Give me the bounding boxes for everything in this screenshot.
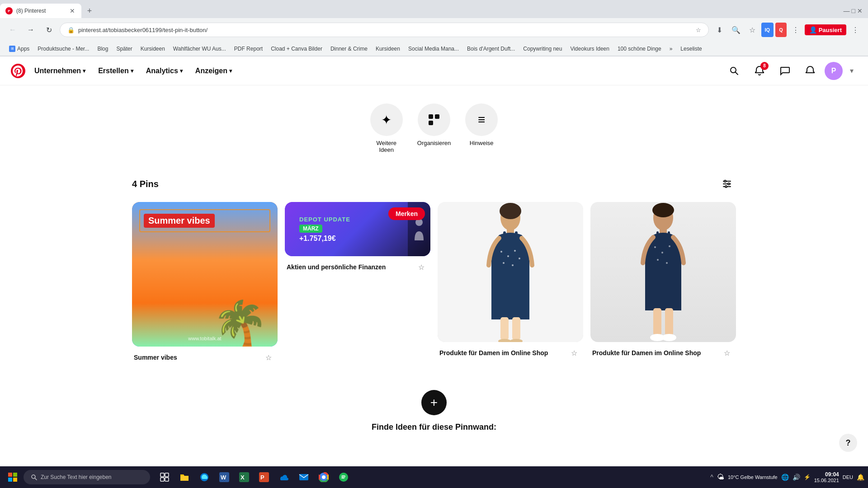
bookmark-blog[interactable]: Blog xyxy=(94,45,112,53)
pin-card-dress2[interactable]: Produkte für Damen im Online Shop ☆ xyxy=(590,202,736,368)
bookmark-label: Bois d'Argent Duft... xyxy=(467,46,515,52)
bookmark-cload[interactable]: Cload + Canva Bilder xyxy=(267,45,326,53)
bookmark-star-icon[interactable]: ☆ xyxy=(696,27,701,33)
taskbar-app-excel[interactable]: X xyxy=(235,468,253,486)
bookmark-bois[interactable]: Bois d'Argent Duft... xyxy=(463,45,519,53)
weather-icon[interactable]: 🌤 xyxy=(717,473,724,481)
weitere-ideen-button[interactable]: ✦ WeitereIdeen xyxy=(370,103,403,153)
expand-tray-button[interactable]: ^ xyxy=(710,474,713,481)
pins-count: 4 Pins xyxy=(132,179,159,189)
date-display: 15.06.2021 xyxy=(814,478,839,483)
svg-point-25 xyxy=(498,339,511,342)
svg-rect-41 xyxy=(8,473,12,477)
user-avatar[interactable]: P xyxy=(825,62,843,80)
nav-item-analytics[interactable]: Analytics ▾ xyxy=(141,63,188,79)
taskbar-app-edge[interactable] xyxy=(195,468,213,486)
pin-card-depot[interactable]: DEPOT UPDATE MÄRZ +1.757,19€ Merken Akti… xyxy=(285,202,430,368)
minimize-icon[interactable]: — xyxy=(844,7,850,14)
notification-center-icon[interactable]: 🔔 xyxy=(857,474,864,481)
svg-rect-15 xyxy=(503,231,506,240)
bookmark-kursideen1[interactable]: Kursideen xyxy=(137,45,169,53)
search-button[interactable]: 🔍 xyxy=(729,23,743,37)
save-to-board-button-depot[interactable]: ☆ xyxy=(414,260,429,274)
bookmark-spaeter[interactable]: Später xyxy=(113,45,136,53)
messages-button[interactable] xyxy=(774,60,796,82)
bookmark-kursideen2[interactable]: Kursideen xyxy=(372,45,404,53)
language-indicator: DEU xyxy=(843,474,853,480)
updates-button[interactable] xyxy=(799,60,821,82)
nav-item-unternehmen[interactable]: Unternehmen ▾ xyxy=(29,63,91,79)
menu-button[interactable]: ⋮ xyxy=(848,23,863,37)
save-to-board-button-dress1[interactable]: ☆ xyxy=(567,346,581,360)
tab-close-button[interactable]: ✕ xyxy=(69,7,76,14)
start-button[interactable] xyxy=(4,468,22,486)
bookmark-videokurs[interactable]: Videokurs Ideen xyxy=(566,45,613,53)
bookmark-label: Produktsuche - Mer... xyxy=(38,46,89,52)
bookmark-apps[interactable]: ⊞ Apps xyxy=(5,45,33,53)
bookmark-leseliste[interactable]: Leseliste xyxy=(677,45,705,53)
nav-extras: ⬇ 🔍 ☆ IQ Q ⋮ 👤 Pausiert ⋮ xyxy=(712,23,863,37)
pin-card-summer-vibes[interactable]: Summer vibes 🌴 www.tobitalk.at Summer vi… xyxy=(132,202,278,368)
hinweise-button[interactable]: ≡ Hinweise xyxy=(465,103,498,153)
taskbar-search[interactable]: Zur Suche Text hier eingeben xyxy=(24,470,150,484)
bookmark-pdf[interactable]: PDF Report xyxy=(231,45,266,53)
forward-button[interactable]: → xyxy=(24,23,38,37)
save-to-board-button-dress2[interactable]: ☆ xyxy=(720,346,734,360)
close-icon[interactable]: ✕ xyxy=(857,7,863,14)
bookmark-copywriting[interactable]: Copywriting neu xyxy=(519,45,566,53)
pin-title-summer: Summer vibes xyxy=(134,354,261,361)
download-button[interactable]: ⬇ xyxy=(712,23,727,37)
plus-icon: + xyxy=(430,395,438,410)
svg-rect-56 xyxy=(299,474,308,480)
taskbar: Zur Suche Text hier eingeben W X xyxy=(0,466,868,488)
pausiert-button[interactable]: 👤 Pausiert xyxy=(805,24,846,35)
svg-point-58 xyxy=(322,475,326,479)
taskbar-clock[interactable]: 09:04 15.06.2021 xyxy=(814,471,839,483)
bookmark-100dinge[interactable]: 100 schöne Dinge xyxy=(614,45,665,53)
svg-rect-4 xyxy=(429,121,433,125)
iq-button[interactable]: IQ xyxy=(761,23,774,37)
taskbar-app-powerpoint[interactable]: P xyxy=(255,468,273,486)
taskbar-app-onedrive[interactable] xyxy=(275,468,293,486)
expand-chevron[interactable]: ▾ xyxy=(846,63,857,79)
save-to-board-button-summer[interactable]: ☆ xyxy=(261,350,276,365)
extension-button-red[interactable]: Q xyxy=(775,23,787,37)
taskbar-app-chrome[interactable] xyxy=(315,468,333,486)
organisieren-button[interactable]: Organisieren xyxy=(417,103,451,153)
organisieren-icon xyxy=(418,103,450,136)
new-tab-button[interactable]: + xyxy=(83,5,96,17)
taskbar-app-word[interactable]: W xyxy=(215,468,233,486)
extensions-button[interactable]: ⋮ xyxy=(788,23,803,37)
battery-icon[interactable]: ⚡ xyxy=(804,474,811,480)
help-button[interactable]: ? xyxy=(839,434,857,452)
bookmark-button[interactable]: ☆ xyxy=(745,23,760,37)
bookmark-produktsuche[interactable]: Produktsuche - Mer... xyxy=(34,45,93,53)
taskbar-app-taskview[interactable] xyxy=(156,468,174,486)
pin-depot-image: DEPOT UPDATE MÄRZ +1.757,19€ xyxy=(285,202,430,256)
filter-button[interactable] xyxy=(718,175,736,193)
maximize-icon[interactable]: □ xyxy=(852,7,855,14)
nav-item-erstellen[interactable]: Erstellen ▾ xyxy=(93,63,139,79)
nav-item-anzeigen[interactable]: Anzeigen ▾ xyxy=(190,63,237,79)
back-button[interactable]: ← xyxy=(5,23,20,37)
svg-rect-42 xyxy=(13,473,17,477)
taskbar-app-explorer[interactable] xyxy=(175,468,193,486)
pinterest-logo[interactable] xyxy=(11,64,25,78)
svg-point-40 xyxy=(662,334,676,341)
bookmark-more[interactable]: » xyxy=(666,45,676,53)
bookmark-socialmedia[interactable]: Social Media Mana... xyxy=(405,45,462,53)
add-pin-button[interactable]: + xyxy=(421,390,447,415)
network-icon[interactable]: 🌐 xyxy=(781,474,789,481)
weitere-ideen-label: WeitereIdeen xyxy=(377,140,397,153)
reload-button[interactable]: ↻ xyxy=(42,23,56,37)
bookmark-dinner[interactable]: Dinner & Crime xyxy=(327,45,371,53)
taskbar-app-mail[interactable] xyxy=(295,468,313,486)
search-button[interactable] xyxy=(723,60,745,82)
notification-button[interactable]: 8 xyxy=(749,60,770,82)
address-bar[interactable]: 🔒 pinterest.at/tobiasbecker061199/test-p… xyxy=(60,23,709,37)
pin-card-dress1[interactable]: Produkte für Damen im Online Shop ☆ xyxy=(438,202,583,368)
bookmark-wahlfaecher[interactable]: Wahlfächer WU Aus... xyxy=(170,45,230,53)
active-tab[interactable]: P (8) Pinterest ✕ xyxy=(0,4,81,18)
taskbar-app-spotify[interactable] xyxy=(335,468,353,486)
speaker-icon[interactable]: 🔊 xyxy=(793,474,800,481)
